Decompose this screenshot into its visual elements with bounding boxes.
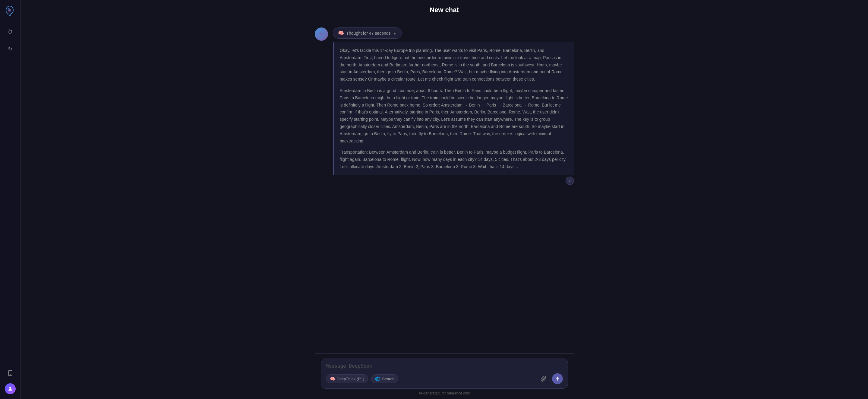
thought-content: Okay, let's tackle this 14-day Europe tr… (333, 42, 574, 175)
send-button[interactable] (552, 373, 563, 384)
main-panel: New chat 🧠 Thought for 47 seconds ▲ (21, 0, 868, 399)
thought-pill-label: Thought for 47 seconds (346, 31, 391, 36)
toolbar-right (538, 373, 563, 384)
input-container: 🧠 DeepThink (R1) 🌐 Search (321, 359, 568, 389)
svg-point-3 (9, 387, 11, 389)
refresh-icon[interactable]: ↻ (5, 44, 16, 54)
chat-header: New chat (21, 0, 868, 20)
thought-paragraph-3: Transportation: Between Amsterdam and Be… (340, 149, 568, 170)
chat-title: New chat (430, 6, 459, 13)
ai-avatar (315, 27, 328, 41)
svg-point-4 (320, 33, 322, 35)
thought-paragraph-1: Okay, let's tackle this 14-day Europe tr… (340, 47, 568, 83)
attach-button[interactable] (538, 373, 549, 384)
deepthink-button[interactable]: 🧠 DeepThink (R1) (326, 374, 368, 383)
message-input[interactable] (326, 363, 563, 370)
svg-point-0 (8, 9, 11, 12)
deepthink-label: DeepThink (R1) (337, 377, 365, 381)
deepthink-icon: 🧠 (330, 376, 335, 381)
sidebar: ⏱ ↻ (0, 0, 21, 399)
checkmark-icon: ✓ (568, 178, 571, 183)
expand-button[interactable]: ✓ (566, 176, 574, 185)
ai-message-row: 🧠 Thought for 47 seconds ▲ Okay, let's t… (315, 27, 574, 185)
message-content: 🧠 Thought for 47 seconds ▲ Okay, let's t… (333, 27, 574, 185)
ai-disclaimer: AI-generated, for reference only (321, 391, 568, 397)
input-toolbar: 🧠 DeepThink (R1) 🌐 Search (326, 373, 563, 384)
chevron-up-icon: ▲ (393, 31, 397, 35)
thought-paragraph-2: Amsterdam to Berlin is a good train ride… (340, 87, 568, 145)
app-logo (4, 5, 17, 18)
search-button[interactable]: 🌐 Search (371, 374, 398, 383)
search-globe-icon: 🌐 (375, 376, 380, 381)
thought-pill[interactable]: 🧠 Thought for 47 seconds ▲ (333, 27, 402, 39)
chat-area: 🧠 Thought for 47 seconds ▲ Okay, let's t… (21, 20, 868, 353)
bottom-bar: 🧠 DeepThink (R1) 🌐 Search (315, 353, 574, 399)
brain-icon: 🧠 (338, 30, 344, 36)
mobile-icon[interactable] (5, 368, 16, 378)
search-label: Search (382, 377, 394, 381)
user-avatar[interactable] (5, 383, 16, 394)
history-icon[interactable]: ⏱ (5, 27, 16, 37)
